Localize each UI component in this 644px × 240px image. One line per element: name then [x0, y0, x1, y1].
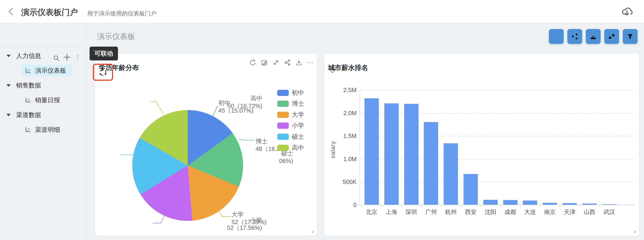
- legend-item-高中[interactable]: 高中: [277, 144, 304, 152]
- tree-item-渠道明细[interactable]: 渠道明细: [0, 122, 87, 137]
- x-axis-tick: [500, 205, 501, 207]
- share-button[interactable]: [567, 29, 582, 44]
- x-tick-label: 广州: [421, 208, 441, 216]
- legend-item-初中[interactable]: 初中: [277, 88, 304, 97]
- bar-沈阳[interactable]: [483, 200, 498, 205]
- add-button[interactable]: [549, 29, 564, 44]
- tree-group-label: 渠道数据: [16, 111, 41, 119]
- pie-chart-card: 学历年龄分布 初中45（15.07%)博士48（16.2%)大学52（17.39…: [95, 54, 317, 236]
- resize-corner-icon[interactable]: [312, 230, 315, 234]
- pie-chart[interactable]: [132, 110, 243, 221]
- legend-swatch: [277, 112, 289, 118]
- dashboard-title: 演示仪表板: [97, 32, 135, 42]
- leader-line: [150, 102, 164, 114]
- tree-group-渠道数据[interactable]: 渠道数据: [0, 108, 87, 122]
- caret-down-icon[interactable]: [6, 114, 10, 116]
- legend-swatch: [277, 145, 289, 151]
- y-tick-label: 2.0M: [337, 110, 356, 117]
- y-tick-label: 0: [337, 202, 356, 208]
- x-axis-tick: [421, 205, 422, 207]
- share-icon[interactable]: [284, 58, 291, 66]
- bar-北京[interactable]: [364, 98, 379, 205]
- x-axis-tick: [461, 205, 461, 207]
- linkage-tooltip: 可联动: [90, 46, 118, 60]
- bar-西安[interactable]: [464, 174, 478, 205]
- edit-icon[interactable]: [260, 58, 268, 66]
- x-axis-tick: [480, 205, 481, 207]
- dashboard-tree: 人力信息演示仪表板销售数据销量日报渠道数据渠道明细: [0, 48, 87, 137]
- bar-chart-card: 城市薪水排名 salary 0500K1.0M1.5M2.0M2.5M 北京上海…: [324, 54, 639, 236]
- legend-item-大学[interactable]: 大学: [277, 110, 304, 119]
- gridline: [360, 159, 634, 160]
- x-axis-tick: [619, 205, 620, 207]
- y-tick-label: 1.5M: [337, 132, 356, 140]
- expand-icon[interactable]: [272, 58, 280, 66]
- caret-down-icon[interactable]: [6, 84, 10, 87]
- caret-down-icon[interactable]: [6, 55, 10, 57]
- x-axis-tick: [560, 205, 560, 207]
- more-icon[interactable]: [306, 58, 314, 66]
- download-button[interactable]: [586, 29, 600, 44]
- sidebar: 人力信息演示仪表板销售数据销量日报渠道数据渠道明细: [0, 23, 87, 240]
- x-axis-line: [359, 205, 635, 205]
- x-tick-label: 武汉: [600, 208, 619, 216]
- x-tick-label: 南京: [540, 208, 560, 216]
- x-tick-label: 上海: [382, 208, 402, 216]
- legend-item-博士[interactable]: 博士: [277, 100, 304, 108]
- back-button[interactable]: [6, 6, 16, 17]
- x-tick-label: 大连: [520, 208, 540, 216]
- legend-label: 大学: [292, 110, 304, 119]
- x-tick-label: 杭州: [441, 208, 461, 216]
- x-tick-label: 深圳: [402, 208, 421, 216]
- download-icon[interactable]: [295, 58, 302, 66]
- x-tick-label: 北京: [362, 208, 382, 216]
- x-axis-tick: [600, 205, 600, 207]
- tree-group-人力信息[interactable]: 人力信息: [0, 48, 87, 63]
- x-axis-tick: [580, 205, 580, 207]
- legend-swatch: [277, 90, 289, 96]
- x-tick-label: 山西: [580, 208, 600, 216]
- gridline: [360, 113, 634, 114]
- bar-上海[interactable]: [384, 104, 399, 205]
- x-axis-tick: [441, 205, 441, 207]
- legend-item-小学[interactable]: 小学: [277, 122, 304, 130]
- sidebar-divider: [0, 47, 87, 47]
- cloud-download-button[interactable]: [620, 5, 634, 18]
- y-axis-line: [360, 90, 360, 205]
- chart-icon: [24, 96, 32, 104]
- bar-大连[interactable]: [523, 200, 537, 205]
- tree-group-销售数据[interactable]: 销售数据: [0, 78, 87, 93]
- tree-item-销量日报[interactable]: 销量日报: [0, 93, 87, 108]
- leader-line: [153, 216, 164, 223]
- drill-icon[interactable]: [328, 66, 336, 74]
- resize-corner-icon[interactable]: [634, 230, 637, 234]
- x-axis-tick: [362, 205, 362, 207]
- x-tick-label: 天津: [560, 208, 580, 216]
- pie-card-toolbar: [249, 58, 314, 66]
- y-tick-label: 2.5M: [337, 86, 356, 94]
- legend-label: 博士: [292, 100, 304, 108]
- leader-line: [213, 107, 218, 116]
- tree-item-演示仪表板[interactable]: 演示仪表板: [0, 63, 87, 78]
- tree-item-label: 销量日报: [35, 96, 60, 104]
- pie-label-小学: 小学52（17.56%): [227, 216, 262, 232]
- y-tick-label: 1.0M: [337, 156, 356, 163]
- legend-swatch: [277, 134, 289, 140]
- bar-广州[interactable]: [424, 122, 438, 205]
- legend-swatch: [277, 122, 289, 129]
- bar-杭州[interactable]: [444, 143, 458, 205]
- dashboard-portal-app: 演示仪表板门户 用于演示使用的仪表板门户 人力信息演示仪表板销售数据销量日报渠道…: [0, 0, 644, 240]
- leader-line: [238, 139, 254, 140]
- legend-label: 硕士: [292, 132, 304, 141]
- legend-item-硕士[interactable]: 硕士: [277, 132, 304, 141]
- bar-成都[interactable]: [503, 200, 518, 205]
- tree-item-label: 演示仪表板: [35, 66, 66, 75]
- refresh-icon[interactable]: [249, 58, 256, 66]
- x-tick-label: 成都: [500, 208, 520, 216]
- y-tick-label: 500K: [337, 178, 356, 186]
- filter-button[interactable]: [623, 29, 638, 44]
- linkage-highlight-box[interactable]: [93, 64, 113, 81]
- link-button[interactable]: [604, 29, 619, 44]
- app-header: 演示仪表板门户 用于演示使用的仪表板门户: [0, 0, 644, 23]
- bar-深圳[interactable]: [404, 104, 418, 205]
